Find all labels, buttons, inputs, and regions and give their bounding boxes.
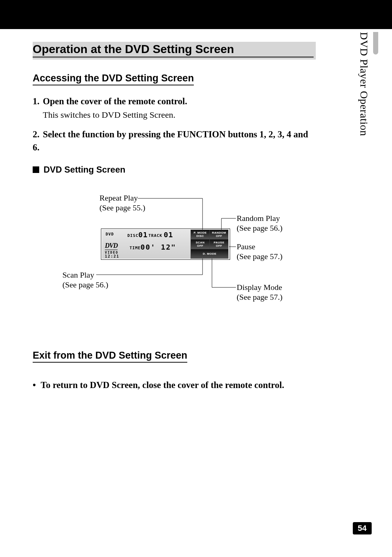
side-tab-rounded-bg [373,32,378,55]
lcd-screen: DVD DISC 01 TRACK 01 TIME 00' 12" DVD VI… [101,229,230,260]
page-number: 54 [353,522,372,534]
lcd-clock: 12:21 [105,254,119,258]
top-black-band [0,0,392,29]
callout-line1: Random Play [237,214,280,223]
dvd-setting-screen-label: DVD Setting Screen [44,165,125,174]
callout-scan-play: Scan Play (See page 56.) [62,270,108,290]
btn-random: RANDOMOFF [209,230,228,239]
lcd-time-label: TIME [130,246,141,250]
lcd-dvd-text: DVD [106,232,114,237]
btn-dmode: D. MODE [191,249,228,259]
callout-display-mode: Display Mode (See page 57.) [237,282,282,302]
title-band: Operation at the DVD Setting Screen [33,42,316,60]
lcd-track-num: 01 [164,230,173,239]
page-title: Operation at the DVD Setting Screen [33,43,314,57]
lcd-disc-label: DISC [127,233,139,238]
square-bullet-icon [33,166,39,173]
bullet-dot-icon: • [33,380,41,390]
lcd-video-text: VIDEO [105,251,118,254]
main-content: Operation at the DVD Setting Screen Acce… [33,42,316,390]
lcd-time-value: 00' 12" [140,243,176,251]
lcd-track-label: TRACK [148,233,162,238]
lcd-disc-num: 01 [138,230,148,239]
callout-line2: (See page 57.) [237,292,282,302]
btn-scan: SCANOFF [191,239,209,249]
accessing-section: Accessing the DVD Setting Screen 1.Open … [33,73,316,331]
callout-line1: Scan Play [62,270,94,279]
callout-random-play: Random Play (See page 56.) [237,213,282,233]
step-number: 1. [33,95,43,108]
lcd-button-grid: P. MODEDISC RANDOMOFF SCANOFF [191,230,228,259]
callout-pause: Pause (See page 57.) [237,242,282,262]
step-title: Select the function by pressing the FUNC… [33,129,308,152]
callout-repeat-play: Repeat Play (See page 55.) [99,193,145,213]
step-note: This switches to DVD Setting Screen. [43,109,316,121]
callout-line2: (See page 56.) [237,223,282,233]
steps-list: 1.Open the cover of the remote control. … [33,95,316,154]
btn-pmode: P. MODEDISC [191,230,209,239]
callout-line1: Display Mode [237,283,282,292]
dvd-setting-screen-heading: DVD Setting Screen [33,165,316,175]
callout-line2: (See page 57.) [237,252,282,261]
step-number: 2. [33,128,43,141]
page: DVD Player Operation Operation at the DV… [0,0,392,557]
callout-line1: Repeat Play [99,193,138,202]
exit-text: To return to DVD Screen, close the cover… [41,380,284,390]
exit-section: Exit from the DVD Setting Screen •To ret… [33,350,316,390]
dvd-logo-icon: DVD [105,242,118,250]
btn-pause: PAUSEOFF [209,239,228,249]
exit-bullet: •To return to DVD Screen, close the cove… [33,380,316,390]
step-1: 1.Open the cover of the remote control. … [33,95,316,121]
callout-line2: (See page 55.) [99,203,145,212]
step-2: 2.Select the function by pressing the FU… [33,128,316,154]
callout-line2: (See page 56.) [62,280,108,289]
side-tab-label: DVD Player Operation [358,32,370,136]
exit-heading: Exit from the DVD Setting Screen [33,350,187,363]
lcd-inner: DVD DISC 01 TRACK 01 TIME 00' 12" DVD VI… [102,230,229,259]
diagram: Repeat Play (See page 55.) Random Play (… [33,193,316,331]
callout-line1: Pause [237,242,255,251]
step-title: Open the cover of the remote control. [43,96,187,106]
accessing-heading: Accessing the DVD Setting Screen [33,73,194,85]
